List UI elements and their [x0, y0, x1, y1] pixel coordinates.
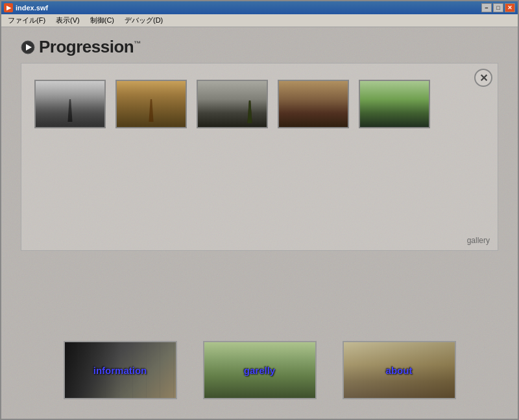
menu-debug[interactable]: デバッグ(D) [119, 14, 168, 27]
close-button[interactable]: ✕ [505, 3, 515, 12]
window-controls: − □ ✕ [481, 3, 515, 12]
nav-label-information: information [93, 365, 147, 376]
tokyo-tower-icon-1 [66, 99, 74, 122]
nav-item-garelly[interactable]: garelly [203, 341, 317, 399]
navigation-row: information garelly about [1, 341, 518, 399]
nav-label-garelly: garelly [244, 365, 275, 376]
thumbnails-row [34, 80, 465, 128]
minimize-button[interactable]: − [481, 3, 492, 12]
title-bar: ▶ index.swf − □ ✕ [1, 1, 518, 14]
thumbnail-2[interactable] [115, 80, 187, 128]
logo-text: Progression™ [39, 37, 141, 57]
logo-area: Progression™ [21, 37, 141, 57]
thumbnail-1[interactable] [34, 80, 106, 128]
gallery-panel: ✕ gall [21, 63, 498, 251]
content-area: Progression™ ✕ [1, 27, 518, 419]
nav-label-about: about [386, 365, 413, 376]
title-icon: ▶ [4, 3, 13, 12]
menu-view[interactable]: 表示(V) [51, 14, 85, 27]
logo-tm: ™ [134, 40, 141, 47]
menu-file[interactable]: ファイル(F) [3, 14, 51, 27]
thumbnail-5[interactable] [359, 80, 430, 128]
app-window: ▶ index.swf − □ ✕ ファイル(F) 表示(V) 制御(C) デバ… [0, 0, 519, 420]
nav-item-information[interactable]: information [64, 341, 177, 399]
nav-item-about[interactable]: about [343, 341, 456, 399]
gallery-label: gallery [467, 236, 490, 245]
thumbnail-4[interactable] [278, 80, 349, 128]
thumbnail-3[interactable] [197, 80, 268, 128]
gallery-close-button[interactable]: ✕ [474, 69, 492, 87]
progression-logo-icon [21, 40, 35, 54]
maximize-button[interactable]: □ [493, 3, 503, 12]
tokyo-tower-icon-2 [147, 99, 155, 122]
menu-bar: ファイル(F) 表示(V) 制御(C) デバッグ(D) [1, 14, 518, 27]
menu-control[interactable]: 制御(C) [85, 14, 119, 27]
window-title: index.swf [16, 4, 481, 12]
